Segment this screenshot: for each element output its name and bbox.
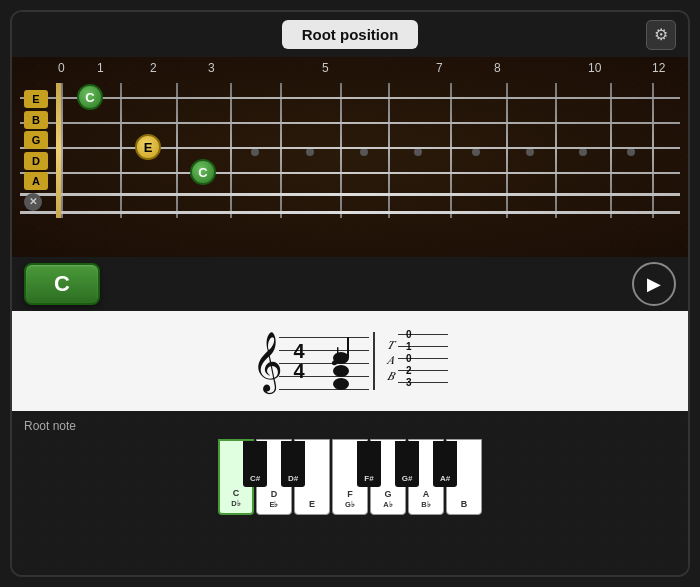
fret-num-12: 12 bbox=[652, 61, 665, 75]
gear-icon: ⚙ bbox=[654, 25, 668, 44]
svg-point-1 bbox=[333, 365, 349, 377]
fret-marker-7 bbox=[472, 148, 480, 156]
piano-keyboard: CD♭ DE♭ E FG♭ GA♭ AB♭ bbox=[218, 439, 482, 515]
chord-button[interactable]: C bbox=[24, 263, 100, 305]
fret-num-2: 2 bbox=[150, 61, 157, 75]
header: Root position ⚙ bbox=[12, 12, 688, 57]
piano-label: Root note bbox=[24, 419, 676, 433]
black-key-ds[interactable]: D# bbox=[281, 441, 305, 487]
svg-point-0 bbox=[333, 378, 349, 390]
fret-line-0 bbox=[61, 83, 63, 218]
gear-button[interactable]: ⚙ bbox=[646, 20, 676, 50]
fretboard-section: 0 1 2 3 5 7 8 10 12 E B G D A ✕ bbox=[12, 57, 688, 257]
sheet-inner: 𝄞 4 4 bbox=[252, 329, 448, 393]
fret-line-3 bbox=[230, 83, 232, 218]
string-b bbox=[20, 122, 680, 124]
piano-section: Root note CD♭ DE♭ E FG♭ bbox=[12, 411, 688, 575]
fret-marker-6 bbox=[414, 148, 422, 156]
bar-line bbox=[373, 332, 375, 390]
tab-notation: 𝑇 𝐴 𝐵 0 1 0 2 bbox=[387, 329, 448, 393]
guitar-neck: E B G D A ✕ bbox=[20, 83, 680, 218]
fret-line-8 bbox=[506, 83, 508, 218]
play-icon: ▶ bbox=[647, 273, 661, 295]
fret-numbers: 0 1 2 3 5 7 8 10 12 bbox=[12, 57, 688, 83]
fret-line-6 bbox=[388, 83, 390, 218]
fret-num-1: 1 bbox=[97, 61, 104, 75]
fret-line-9 bbox=[555, 83, 557, 218]
app-container: Root position ⚙ 0 1 2 3 5 7 8 10 12 E B … bbox=[10, 10, 690, 577]
string-label-e: E bbox=[24, 90, 48, 108]
string-label-x: ✕ bbox=[24, 193, 42, 211]
fret-line-4 bbox=[280, 83, 282, 218]
black-key-gs[interactable]: G# bbox=[395, 441, 419, 487]
string-labels: E B G D A ✕ bbox=[20, 83, 56, 218]
note-e-g-string[interactable]: E bbox=[135, 134, 161, 160]
string-label-b: B bbox=[24, 111, 48, 129]
fret-marker-8 bbox=[526, 148, 534, 156]
play-button[interactable]: ▶ bbox=[632, 262, 676, 306]
fret-marker-5 bbox=[360, 148, 368, 156]
chord-label: C bbox=[54, 271, 70, 296]
fret-num-8: 8 bbox=[494, 61, 501, 75]
fret-num-5: 5 bbox=[322, 61, 329, 75]
fret-line-7 bbox=[450, 83, 452, 218]
fret-marker-9 bbox=[579, 148, 587, 156]
fret-num-10: 10 bbox=[588, 61, 601, 75]
fret-line-5 bbox=[340, 83, 342, 218]
fret-line-1 bbox=[120, 83, 122, 218]
string-d bbox=[20, 172, 680, 174]
chord-svg bbox=[319, 329, 369, 393]
svg-point-2 bbox=[333, 352, 349, 364]
string-label-g: G bbox=[24, 131, 48, 149]
fret-num-3: 3 bbox=[208, 61, 215, 75]
black-key-as[interactable]: A# bbox=[433, 441, 457, 487]
note-c-d-string[interactable]: C bbox=[190, 159, 216, 185]
fret-marker-4a bbox=[306, 148, 314, 156]
fret-line-2 bbox=[176, 83, 178, 218]
string-e bbox=[20, 97, 680, 99]
stave-wrapper: 𝄞 4 4 bbox=[252, 329, 448, 393]
fret-line-10 bbox=[610, 83, 612, 218]
string-label-a: A bbox=[24, 172, 48, 190]
string-a bbox=[20, 193, 680, 196]
fret-marker-11 bbox=[627, 148, 635, 156]
tab-letters: 𝑇 𝐴 𝐵 bbox=[387, 338, 394, 385]
string-label-d: D bbox=[24, 152, 48, 170]
sheet-section: 𝄞 4 4 bbox=[12, 311, 688, 411]
fret-num-7: 7 bbox=[436, 61, 443, 75]
fret-num-0: 0 bbox=[58, 61, 65, 75]
control-bar: C ▶ bbox=[12, 257, 688, 311]
string-E bbox=[20, 211, 680, 214]
note-c-e-string[interactable]: C bbox=[77, 84, 103, 110]
black-key-fs[interactable]: F# bbox=[357, 441, 381, 487]
guitar-nut bbox=[56, 83, 61, 218]
fret-line-11 bbox=[652, 83, 654, 218]
title-badge: Root position bbox=[282, 20, 419, 49]
piano-wrapper: CD♭ DE♭ E FG♭ GA♭ AB♭ bbox=[24, 439, 676, 515]
fret-marker-3 bbox=[251, 148, 259, 156]
black-key-cs[interactable]: C# bbox=[243, 441, 267, 487]
page-title: Root position bbox=[302, 26, 399, 43]
string-g bbox=[20, 147, 680, 149]
